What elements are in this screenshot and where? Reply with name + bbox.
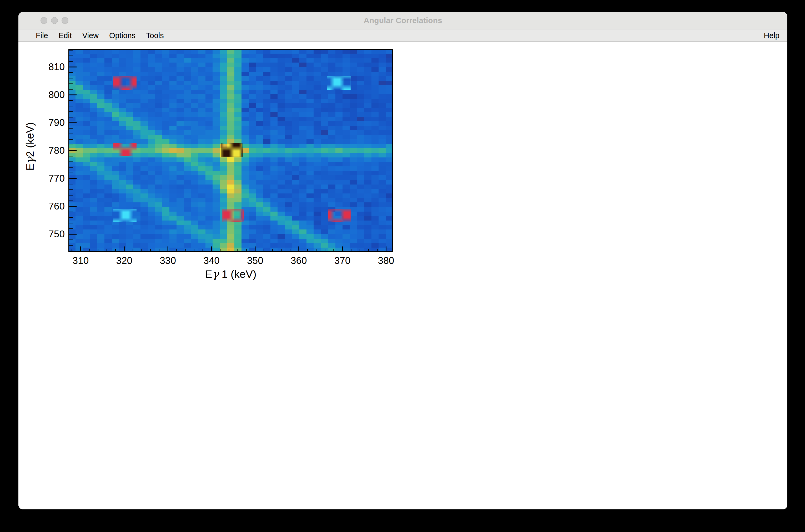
y-tick-label: 780 [36,145,65,156]
x-tick-label: 330 [149,255,186,266]
y-tick-label: 790 [36,117,65,128]
menu-bar: File Edit View Options Tools Help [18,30,787,42]
zoom-button[interactable] [61,17,68,24]
menu-help[interactable]: Help [764,30,780,41]
minimize-button[interactable] [51,17,58,24]
y-tick-label: 800 [36,89,65,100]
x-tick-label: 360 [280,255,317,266]
canvas-area: 3103203303403503603703807507607707807908… [18,42,787,509]
gamma-gamma-matrix-plot: 3103203303403503603703807507607707807908… [68,49,393,252]
screen: { "window": { "title": "Angular Correlat… [0,0,805,532]
x-tick-label: 340 [193,255,230,266]
menu-tools[interactable]: Tools [146,30,164,41]
traffic-lights [40,12,68,29]
menu-file[interactable]: File [36,30,48,41]
x-tick-label: 320 [106,255,143,266]
x-axis-title: Eγ 1 (keV) [68,268,393,281]
y-tick-label: 810 [36,61,65,73]
y-tick-label: 770 [36,173,65,184]
x-tick-label: 380 [367,255,404,266]
close-button[interactable] [40,17,47,24]
x-tick-label: 310 [62,255,99,266]
x-tick-label: 350 [237,255,274,266]
y-tick-label: 750 [36,229,65,240]
y-tick-label: 760 [36,201,65,212]
app-window: Angular Correlations File Edit View Opti… [18,12,787,509]
title-bar: Angular Correlations [18,12,787,30]
y-axis-title: Eγ 2 (keV) [23,107,37,186]
menu-edit[interactable]: Edit [59,30,72,41]
heatmap-canvas[interactable] [68,49,393,252]
menu-options[interactable]: Options [109,30,135,41]
menu-view[interactable]: View [83,30,99,41]
window-title: Angular Correlations [18,16,787,25]
x-tick-label: 370 [324,255,361,266]
